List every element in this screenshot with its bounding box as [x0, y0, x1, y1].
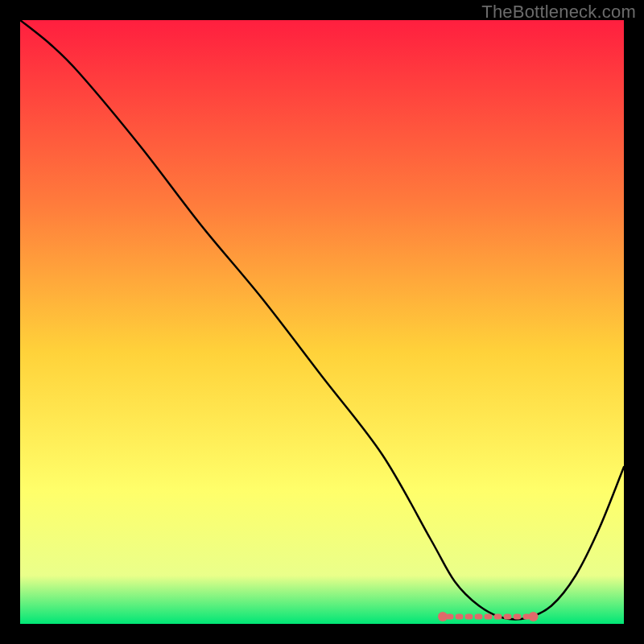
watermark-text: TheBottleneck.com	[481, 2, 636, 23]
chart-stage: TheBottleneck.com	[0, 0, 644, 644]
plot-area	[20, 20, 624, 624]
bottleneck-chart	[20, 20, 624, 624]
